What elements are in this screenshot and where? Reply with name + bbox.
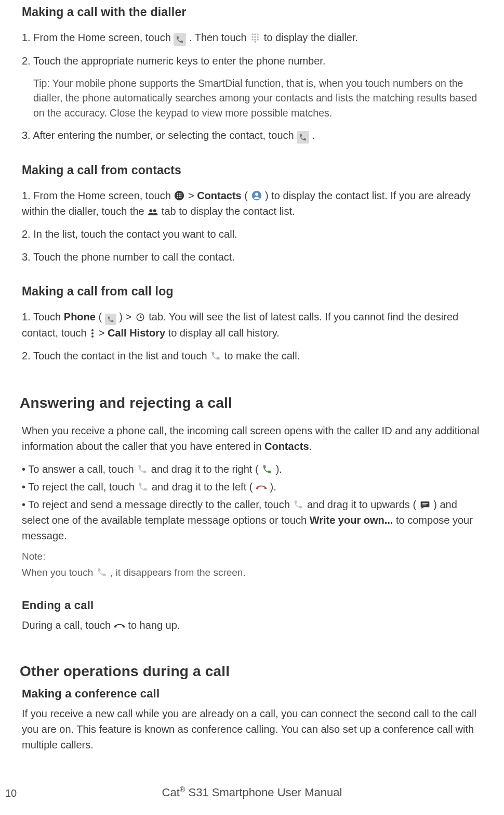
text: When you touch — [22, 567, 96, 578]
section-dialler: Making a call with the dialler 1. From t… — [22, 5, 482, 144]
phone-icon — [297, 131, 309, 144]
svg-point-1 — [255, 34, 256, 35]
section-other-ops: Other operations during a call Making a … — [22, 663, 482, 753]
step-2: 2. Touch the contact in the list and tou… — [22, 348, 482, 364]
step-3: 3. Touch the phone number to call the co… — [22, 249, 482, 265]
svg-point-19 — [181, 197, 182, 198]
heading-contacts: Making a call from contacts — [22, 163, 482, 177]
note-label: Note: — [22, 551, 482, 562]
svg-point-2 — [257, 34, 259, 35]
text: 3. After entering the number, or selecti… — [22, 130, 297, 141]
svg-rect-28 — [422, 503, 428, 503]
text: to display all call history. — [168, 327, 280, 339]
text: • To reject the call, touch — [22, 481, 137, 493]
text: 1. From the Home screen, touch — [22, 32, 174, 43]
people-icon — [147, 206, 158, 218]
message-icon — [419, 499, 431, 511]
text: and drag it to the left ( — [152, 481, 253, 493]
text: ( — [244, 190, 248, 201]
bullet-reject-message: • To reject and send a message directly … — [22, 497, 482, 544]
text: 1. From the Home screen, touch — [22, 190, 174, 201]
svg-point-0 — [252, 34, 254, 35]
step-2: 2. Touch the appropriate numeric keys to… — [22, 53, 482, 69]
section-answering: Answering and rejecting a call When you … — [22, 395, 482, 580]
tip: Tip: Your mobile phone supports the Smar… — [22, 76, 482, 120]
svg-point-3 — [252, 36, 254, 38]
svg-point-5 — [257, 36, 259, 38]
phone-icon — [137, 481, 149, 493]
dialpad-icon — [249, 32, 261, 43]
heading-call-log: Making a call from call log — [22, 284, 482, 299]
svg-point-14 — [177, 195, 178, 196]
text: S31 Smartphone User Manual — [185, 786, 342, 799]
svg-point-11 — [177, 193, 178, 194]
phone-icon — [96, 566, 108, 578]
svg-point-23 — [153, 209, 156, 212]
text: . Then touch — [189, 32, 249, 43]
phone-icon — [137, 463, 148, 475]
text: • To reject and send a message directly … — [22, 499, 293, 510]
contacts-app-icon — [251, 190, 262, 201]
text: to display the dialler. — [264, 32, 358, 43]
text: ( — [99, 311, 105, 322]
svg-point-26 — [91, 332, 94, 334]
text: and drag it to upwards ( — [307, 499, 416, 510]
conference-body: If you receive a new call while you are … — [22, 706, 482, 753]
call-history-label: Call History — [108, 327, 165, 339]
phone-label: Phone — [64, 311, 96, 322]
text: When you receive a phone call, the incom… — [22, 425, 480, 452]
bullet-answer: • To answer a call, touch and drag it to… — [22, 461, 482, 477]
text: and drag it to the right ( — [151, 463, 259, 475]
text: to make the call. — [224, 350, 300, 361]
svg-point-9 — [255, 41, 256, 43]
more-icon — [89, 328, 96, 339]
text: tab to display the contact list. — [162, 205, 295, 217]
svg-point-8 — [257, 39, 259, 41]
phone-icon — [293, 499, 304, 510]
text: During a call, touch — [22, 619, 114, 631]
text: ) > — [119, 311, 134, 322]
ending-body: During a call, touch to hang up. — [22, 617, 482, 633]
phone-reject-icon — [256, 482, 267, 493]
heading-other-ops: Other operations during a call — [20, 663, 482, 680]
svg-point-22 — [150, 209, 153, 212]
svg-point-21 — [255, 192, 258, 196]
phone-icon — [210, 350, 221, 361]
registered-mark: ® — [180, 785, 185, 794]
svg-point-6 — [252, 39, 254, 41]
bullet-reject: • To reject the call, touch and drag it … — [22, 479, 482, 495]
step-1: 1. Touch Phone ( ) > tab. You will see t… — [22, 309, 482, 341]
svg-point-15 — [179, 195, 180, 196]
phone-answer-icon — [261, 463, 273, 475]
clock-icon — [135, 312, 146, 323]
svg-point-16 — [181, 195, 182, 196]
svg-point-25 — [91, 329, 94, 331]
heading-answering: Answering and rejecting a call — [20, 395, 482, 411]
text: to hang up. — [128, 619, 180, 631]
text: , it disappears from the screen. — [110, 567, 246, 578]
contacts-label: Contacts — [197, 190, 242, 201]
svg-point-7 — [255, 39, 256, 41]
svg-rect-29 — [422, 504, 427, 505]
text: > — [188, 190, 197, 201]
text: 2. Touch the contact in the list and tou… — [22, 350, 210, 361]
svg-point-18 — [179, 197, 180, 198]
section-contacts: Making a call from contacts 1. From the … — [22, 163, 482, 265]
phone-icon — [174, 33, 186, 46]
text: ). — [276, 463, 282, 475]
write-your-own-label: Write your own... — [310, 514, 393, 526]
svg-point-4 — [255, 36, 256, 38]
text: • To answer a call, touch — [22, 463, 137, 475]
text: Cat — [162, 786, 180, 799]
step-1: 1. From the Home screen, touch > Contact… — [22, 188, 482, 219]
contacts-label: Contacts — [264, 441, 309, 452]
note-body: When you touch , it disappears from the … — [22, 565, 482, 580]
heading-dialler: Making a call with the dialler — [22, 5, 482, 19]
section-call-log: Making a call from call log 1. Touch Pho… — [22, 284, 482, 364]
footer-title: Cat® S31 Smartphone User Manual — [0, 785, 504, 799]
text: . — [309, 441, 312, 452]
svg-point-13 — [181, 193, 182, 194]
step-1: 1. From the Home screen, touch . Then to… — [22, 30, 482, 46]
text: ). — [270, 481, 276, 493]
svg-point-17 — [177, 197, 178, 198]
